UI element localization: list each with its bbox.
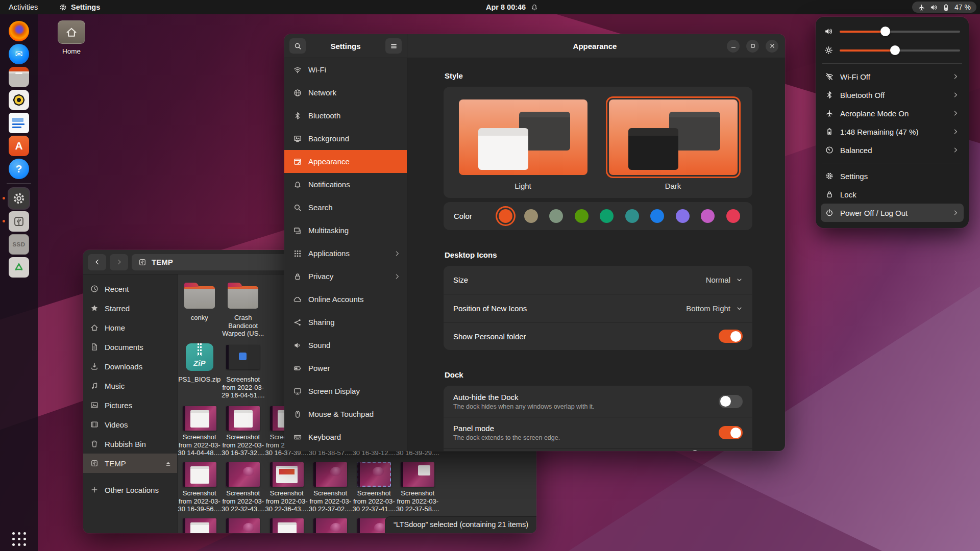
file-item[interactable]: conky xyxy=(178,279,222,338)
menu-item-balanced[interactable]: Balanced xyxy=(821,141,964,159)
settings-sidebar-item-bluetooth[interactable]: Bluetooth xyxy=(284,104,407,127)
settings-sidebar-item-sound[interactable]: Sound xyxy=(284,334,407,357)
menu-item-lock[interactable]: Lock xyxy=(821,185,964,204)
activities-button[interactable]: Activities xyxy=(0,0,46,14)
color-swatch-9[interactable] xyxy=(726,209,740,223)
style-option-dark[interactable]: Dark xyxy=(609,99,738,190)
files-sidebar-item-temp[interactable]: TEMP xyxy=(83,454,177,473)
slider-knob[interactable] xyxy=(890,45,900,55)
files-sidebar-item-rubbish-bin[interactable]: Rubbish Bin xyxy=(83,434,177,454)
file-item[interactable]: ZiPPS1_BIOS.zip xyxy=(178,341,222,399)
file-item[interactable]: Screenshotfrom 2022-03-30 22-36-43.... xyxy=(265,462,309,513)
color-swatch-3[interactable] xyxy=(575,209,589,223)
files-sidebar-item-starred[interactable]: Starred xyxy=(83,298,177,318)
primary-menu-button[interactable] xyxy=(385,38,402,54)
files-sidebar-item-other-locations[interactable]: Other Locations xyxy=(83,480,177,499)
menu-item-power-off-log-out[interactable]: Power Off / Log Out xyxy=(821,204,964,222)
color-swatch-6[interactable] xyxy=(650,209,664,223)
file-item[interactable]: Screenshotfrom 2022-03-30 22-37-41.... xyxy=(352,462,396,513)
file-item[interactable] xyxy=(178,518,222,533)
style-option-light[interactable]: Light xyxy=(459,99,587,190)
settings-sidebar-item-notifications[interactable]: Notifications xyxy=(284,173,407,196)
file-item[interactable]: Screenshotfrom 2022-03-29 16-04-51.... xyxy=(222,341,265,399)
menu-item-bluetooth-off[interactable]: Bluetooth Off xyxy=(821,86,964,104)
color-swatch-4[interactable] xyxy=(600,209,614,223)
color-swatch-1[interactable] xyxy=(524,209,538,223)
settings-row-size[interactable]: SizeNormal xyxy=(444,266,752,294)
settings-row-panel-mode[interactable]: Panel modeThe dock extends to the screen… xyxy=(444,417,752,448)
settings-sidebar-item-appearance[interactable]: Appearance xyxy=(284,150,407,173)
settings-row-auto-hide-the-dock[interactable]: Auto-hide the DockThe dock hides when an… xyxy=(444,386,752,417)
dock-item-ubuntu-software[interactable]: A xyxy=(0,134,38,157)
file-item[interactable]: Screenshotfrom 2022-03-30 22-32-43.... xyxy=(222,462,265,513)
file-item[interactable]: Screenshotfrom 2022-03-30 16-39-56.... xyxy=(178,462,222,513)
settings-sidebar-item-multitasking[interactable]: Multitasking xyxy=(284,219,407,242)
dock-item-firefox[interactable] xyxy=(0,19,38,42)
settings-sidebar-item-screen-display[interactable]: Screen Display xyxy=(284,380,407,403)
settings-row-show-personal-folder[interactable]: Show Personal folder xyxy=(444,322,752,350)
dock-item-thunderbird[interactable]: ✉ xyxy=(0,42,38,65)
files-sidebar-item-home[interactable]: Home xyxy=(83,318,177,337)
settings-sidebar-item-mouse-touchpad[interactable]: Mouse & Touchpad xyxy=(284,403,407,425)
dock-item-trash[interactable] xyxy=(0,256,38,279)
color-swatch-5[interactable] xyxy=(625,209,639,223)
files-sidebar-item-recent[interactable]: Recent xyxy=(83,279,177,298)
settings-sidebar-item-sharing[interactable]: Sharing xyxy=(284,311,407,334)
settings-sidebar-item-wi-fi[interactable]: Wi-Fi xyxy=(284,58,407,81)
close-button[interactable] xyxy=(766,40,778,53)
menu-item-1-48-remaining-47-[interactable]: 1:48 Remaining (47 %) xyxy=(821,122,964,141)
dock-item-help[interactable]: ? xyxy=(0,157,38,180)
dock-item-ssd[interactable]: SSD xyxy=(0,233,38,256)
files-sidebar-item-videos[interactable]: Videos xyxy=(83,415,177,434)
dropdown-size[interactable]: Normal xyxy=(706,276,743,284)
file-item[interactable] xyxy=(222,518,265,533)
settings-sidebar-item-privacy[interactable]: Privacy xyxy=(284,265,407,288)
back-button[interactable] xyxy=(88,254,106,270)
file-item[interactable] xyxy=(309,518,353,533)
files-sidebar-item-documents[interactable]: Documents xyxy=(83,337,177,357)
minimize-button[interactable] xyxy=(727,40,740,53)
menu-item-settings[interactable]: Settings xyxy=(821,167,964,185)
color-swatch-7[interactable] xyxy=(676,209,690,223)
search-button[interactable] xyxy=(289,38,306,54)
settings-sidebar-item-applications[interactable]: Applications xyxy=(284,242,407,265)
files-sidebar-item-downloads[interactable]: Downloads xyxy=(83,357,177,376)
menu-item-wi-fi-off[interactable]: Wi-Fi Off xyxy=(821,67,964,86)
menu-item-aeroplane-mode-on[interactable]: Aeroplane Mode On xyxy=(821,104,964,122)
file-item[interactable] xyxy=(265,518,309,533)
color-swatch-0[interactable] xyxy=(499,209,512,223)
settings-sidebar-item-keyboard[interactable]: Keyboard xyxy=(284,425,407,448)
settings-sidebar-item-background[interactable]: Background xyxy=(284,127,407,150)
eject-icon[interactable] xyxy=(164,460,172,467)
brightness-slider[interactable] xyxy=(821,41,964,60)
toggle-auto-hide-the-dock[interactable] xyxy=(719,395,743,408)
color-swatch-8[interactable] xyxy=(701,209,715,223)
settings-row-icon-size[interactable]: Icon size48 xyxy=(444,448,752,451)
dock-item-usb-drive[interactable] xyxy=(0,210,38,233)
file-item[interactable]: Screenshotfrom 2022-03-30 22-37-58.... xyxy=(396,462,440,513)
dock-item-settings[interactable] xyxy=(0,187,38,210)
settings-sidebar-item-online-accounts[interactable]: Online Accounts xyxy=(284,288,407,311)
color-swatch-2[interactable] xyxy=(549,209,563,223)
slider-knob[interactable] xyxy=(880,27,890,36)
clock-button[interactable]: Apr 8 00:46 xyxy=(486,0,538,14)
dropdown-position-of-new-icons[interactable]: Bottom Right xyxy=(686,304,743,313)
toggle-panel-mode[interactable] xyxy=(719,426,743,439)
settings-row-position-of-new-icons[interactable]: Position of New IconsBottom Right xyxy=(444,294,752,322)
file-item[interactable]: CrashBandicootWarped (US... xyxy=(222,279,265,338)
desktop-home-shortcut[interactable]: Home xyxy=(55,20,88,55)
settings-sidebar-item-search[interactable]: Search xyxy=(284,196,407,219)
file-item[interactable]: Screenshotfrom 2022-03-30 16-37-32.... xyxy=(222,406,265,457)
dock-item-rhythmbox[interactable] xyxy=(0,88,38,111)
app-grid-button[interactable] xyxy=(12,532,26,546)
settings-sidebar-item-power[interactable]: Power xyxy=(284,357,407,380)
volume-slider[interactable] xyxy=(821,22,964,41)
toggle-show-personal-folder[interactable] xyxy=(719,330,743,343)
file-item[interactable]: Screenshotfrom 2022-03-30 22-37-02.... xyxy=(309,462,353,513)
settings-sidebar-item-network[interactable]: Network xyxy=(284,81,407,104)
focused-app-menu[interactable]: Settings xyxy=(54,0,105,14)
system-status-button[interactable]: 47 % xyxy=(912,2,976,13)
file-item[interactable]: Screenshotfrom 2022-03-30 14-04-48.... xyxy=(178,406,222,457)
maximize-button[interactable] xyxy=(746,40,759,53)
dock-item-libreoffice-writer[interactable] xyxy=(0,111,38,134)
